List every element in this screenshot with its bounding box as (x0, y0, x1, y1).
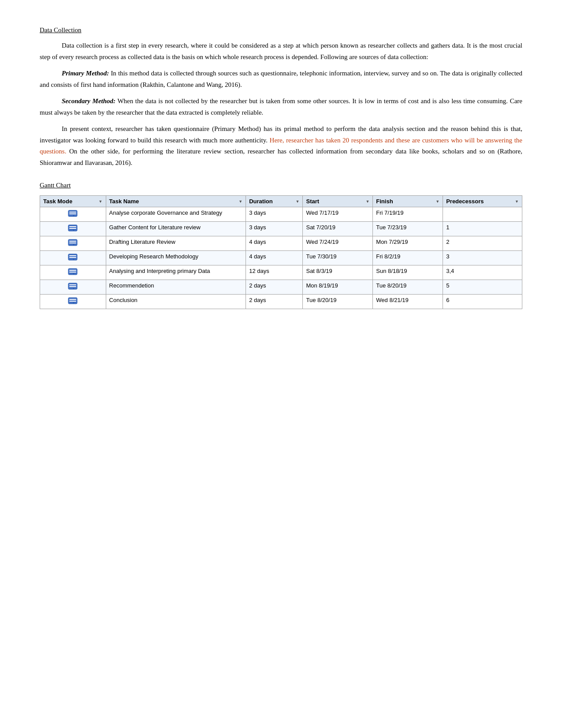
task-mode-cell (40, 207, 106, 222)
finish-cell: Tue 7/23/19 (373, 222, 443, 236)
duration-cell: 3 days (246, 207, 303, 222)
duration-sort-icon[interactable]: ▼ (296, 199, 300, 204)
task-name-cell: Gather Content for Literature review (106, 222, 246, 236)
table-row: Gather Content for Literature review 3 d… (40, 222, 522, 236)
paragraph-3: Secondary Method: When the data is not c… (40, 96, 522, 118)
predecessors-cell: 3 (443, 251, 522, 265)
task-mode-cell (40, 265, 106, 280)
svg-rect-2 (69, 213, 76, 214)
gantt-chart-heading: Gantt Chart (40, 182, 71, 189)
task-name-cell: Conclusion (106, 295, 246, 309)
duration-cell: 12 days (246, 265, 303, 280)
th-predecessors[interactable]: Predecessors ▼ (443, 196, 522, 207)
svg-rect-13 (69, 255, 76, 256)
task-mode-icon (68, 268, 78, 277)
task-mode-icon (68, 224, 78, 234)
th-task-name[interactable]: Task Name ▼ (106, 196, 246, 207)
start-cell: Tue 8/20/19 (303, 295, 373, 309)
table-row: Analyse corporate Governance and Strateg… (40, 207, 522, 222)
task-name-cell: Drafting Literature Review (106, 236, 246, 251)
finish-cell: Fri 7/19/19 (373, 207, 443, 222)
task-mode-cell (40, 280, 106, 295)
predecessors-sort-icon[interactable]: ▼ (515, 199, 519, 204)
predecessors-cell: 2 (443, 236, 522, 251)
table-row: Drafting Literature Review 4 days Wed 7/… (40, 236, 522, 251)
th-task-mode[interactable]: Task Mode ▼ (40, 196, 106, 207)
svg-rect-17 (69, 270, 76, 271)
svg-rect-21 (69, 284, 76, 285)
task-mode-icon (68, 282, 78, 292)
paragraph-1: Data collection is a first step in every… (40, 40, 522, 63)
task-mode-icon (68, 253, 78, 263)
svg-rect-6 (69, 228, 76, 229)
task-mode-sort-icon[interactable]: ▼ (99, 199, 103, 204)
predecessors-cell: 5 (443, 280, 522, 295)
data-collection-heading: Data Collection (40, 26, 522, 40)
finish-cell: Tue 8/20/19 (373, 280, 443, 295)
start-cell: Sat 7/20/19 (303, 222, 373, 236)
predecessors-cell: 6 (443, 295, 522, 309)
duration-cell: 4 days (246, 251, 303, 265)
svg-rect-1 (69, 212, 76, 213)
paragraph-4: In present context, researcher has taken… (40, 123, 522, 168)
task-name-cell: Recommendetion (106, 280, 246, 295)
task-mode-cell (40, 251, 106, 265)
table-row: Analysing and Interpreting primary Data … (40, 265, 522, 280)
task-mode-icon (68, 297, 78, 306)
duration-cell: 2 days (246, 280, 303, 295)
svg-rect-26 (69, 301, 76, 302)
th-start[interactable]: Start ▼ (303, 196, 373, 207)
finish-sort-icon[interactable]: ▼ (435, 199, 439, 204)
start-cell: Wed 7/17/19 (303, 207, 373, 222)
task-mode-cell (40, 236, 106, 251)
duration-cell: 3 days (246, 222, 303, 236)
finish-cell: Mon 7/29/19 (373, 236, 443, 251)
svg-rect-10 (69, 243, 76, 243)
task-name-sort-icon[interactable]: ▼ (238, 199, 242, 204)
start-sort-icon[interactable]: ▼ (365, 199, 369, 204)
task-mode-icon (68, 239, 78, 248)
paragraph-2: Primary Method: In this method data is c… (40, 68, 522, 90)
predecessors-cell (443, 207, 522, 222)
task-name-cell: Analysing and Interpreting primary Data (106, 265, 246, 280)
gantt-chart-section: Gantt Chart Task Mode ▼ Task Name ▼ (40, 182, 522, 309)
task-name-cell: Analyse corporate Governance and Strateg… (106, 207, 246, 222)
th-duration[interactable]: Duration ▼ (246, 196, 303, 207)
finish-cell: Fri 8/2/19 (373, 251, 443, 265)
svg-rect-5 (69, 226, 76, 227)
finish-cell: Wed 8/21/19 (373, 295, 443, 309)
duration-cell: 4 days (246, 236, 303, 251)
task-mode-cell (40, 295, 106, 309)
start-cell: Tue 7/30/19 (303, 251, 373, 265)
predecessors-cell: 1 (443, 222, 522, 236)
task-mode-cell (40, 222, 106, 236)
task-mode-icon (68, 209, 78, 219)
table-row: Developing Research Methodology 4 days T… (40, 251, 522, 265)
task-name-cell: Developing Research Methodology (106, 251, 246, 265)
svg-rect-18 (69, 272, 76, 273)
table-header-row: Task Mode ▼ Task Name ▼ Duration ▼ (40, 196, 522, 207)
start-cell: Wed 7/24/19 (303, 236, 373, 251)
start-cell: Sat 8/3/19 (303, 265, 373, 280)
svg-rect-22 (69, 286, 76, 287)
predecessors-cell: 3,4 (443, 265, 522, 280)
svg-rect-9 (69, 241, 76, 242)
th-finish[interactable]: Finish ▼ (373, 196, 443, 207)
start-cell: Mon 8/19/19 (303, 280, 373, 295)
svg-rect-14 (69, 257, 76, 258)
gantt-table: Task Mode ▼ Task Name ▼ Duration ▼ (40, 195, 522, 309)
table-row: Recommendetion 2 days Mon 8/19/19 Tue 8/… (40, 280, 522, 295)
duration-cell: 2 days (246, 295, 303, 309)
table-row: Conclusion 2 days Tue 8/20/19 Wed 8/21/1… (40, 295, 522, 309)
svg-rect-25 (69, 299, 76, 300)
finish-cell: Sun 8/18/19 (373, 265, 443, 280)
